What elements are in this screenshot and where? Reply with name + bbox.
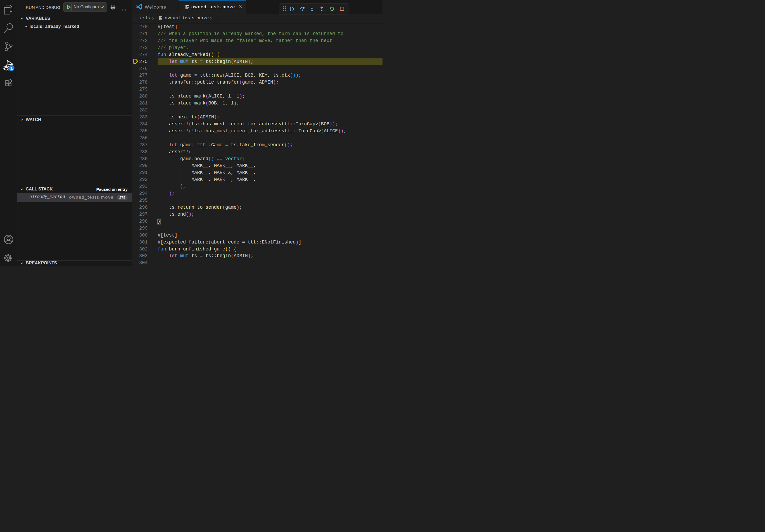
svg-text:1: 1 [10, 66, 13, 71]
